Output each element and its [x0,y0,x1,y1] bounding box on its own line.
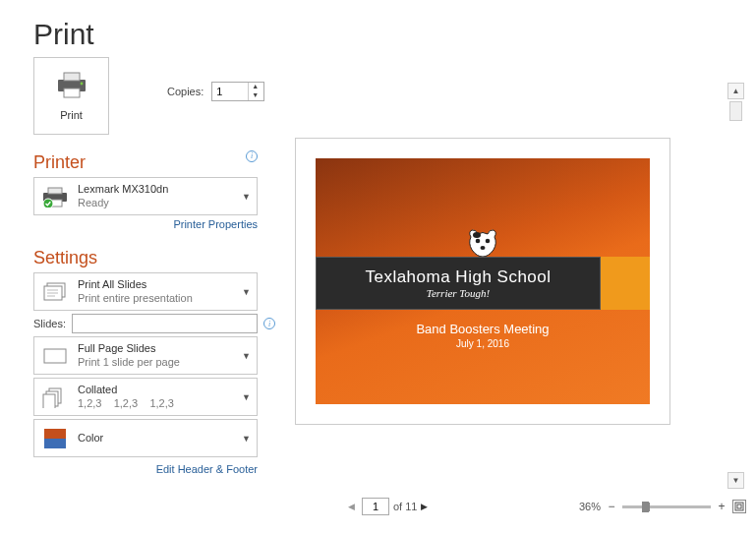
svg-rect-5 [48,188,62,194]
what-sub: Print entire presentation [78,292,234,305]
print-button[interactable]: Print [33,57,109,135]
chevron-down-icon: ▼ [242,192,253,202]
preview-nav-bar: ◀ of 11 ▶ 36% − + [344,497,746,516]
color-dropdown[interactable]: Color ▼ [33,419,258,457]
zoom-slider[interactable] [622,505,711,508]
layout-main: Full Page Slides [78,342,234,355]
copies-input[interactable] [212,86,248,97]
svg-rect-2 [64,89,80,97]
copies-up-button[interactable]: ▲ [249,83,262,91]
zoom-in-button[interactable]: + [715,500,728,513]
printer-icon [55,71,88,102]
slides-input[interactable] [72,314,258,333]
what-to-print-dropdown[interactable]: Print All Slides Print entire presentati… [33,272,258,311]
page-of-label: of 11 [393,501,417,512]
page-title: Print [0,0,756,51]
mascot-icon [465,225,500,261]
color-swatch-icon [40,426,70,451]
slides-stack-icon [40,279,70,305]
chevron-down-icon: ▼ [242,434,253,444]
copies-down-button[interactable]: ▼ [249,91,262,100]
slides-label: Slides: [33,318,66,329]
zoom-fit-button[interactable] [732,500,746,513]
layout-sub: Print 1 slide per page [78,356,234,369]
printer-name: Lexmark MX310dn [78,183,234,196]
slide-tagline: Terrier Tough! [427,287,490,299]
settings-section-title: Settings [33,248,285,268]
full-page-icon [40,343,70,369]
collated-icon [40,385,70,410]
page-number-input[interactable] [362,498,389,515]
edit-header-footer-link[interactable]: Edit Header & Footer [33,463,258,475]
scroll-up-button[interactable]: ▲ [727,83,744,99]
printer-dropdown[interactable]: Lexmark MX310dn Ready ▼ [33,177,258,215]
printer-section-title: Printer [33,152,86,173]
chevron-down-icon: ▼ [242,351,253,361]
chevron-down-icon: ▼ [242,287,253,297]
printer-small-icon [40,184,70,209]
collate-sub: 1,2,3 1,2,3 1,2,3 [78,397,234,410]
collate-main: Collated [78,384,234,396]
svg-point-7 [43,199,53,208]
copies-row: Copies: ▲ ▼ [167,82,264,101]
svg-rect-13 [44,349,66,363]
layout-dropdown[interactable]: Full Page Slides Print 1 slide per page … [33,336,258,375]
collate-dropdown[interactable]: Collated 1,2,3 1,2,3 1,2,3 ▼ [33,378,258,416]
prev-page-button[interactable]: ◀ [344,500,358,513]
info-icon[interactable]: i [263,318,275,329]
vertical-scrollbar[interactable]: ▲ [727,83,744,121]
slide-date: July 1, 2016 [316,338,650,349]
color-main: Color [78,432,234,445]
svg-rect-16 [43,394,55,408]
slide-school-name: Texlahoma High School [365,267,551,287]
svg-point-17 [476,239,481,244]
svg-rect-22 [737,504,741,508]
next-page-button[interactable]: ▶ [417,500,431,513]
slide-subtitle: Band Boosters Meeting [316,322,650,336]
scroll-down-button[interactable]: ▼ [727,472,744,489]
slide-preview: Texlahoma High School Terrier Tough! Ban… [295,138,670,425]
svg-point-18 [486,239,491,244]
svg-point-3 [80,83,83,86]
zoom-out-button[interactable]: − [605,500,618,513]
svg-rect-1 [64,73,80,81]
copies-spinner[interactable]: ▲ ▼ [211,82,264,101]
printer-properties-link[interactable]: Printer Properties [33,218,258,230]
svg-point-20 [473,232,481,238]
svg-point-19 [481,246,486,250]
svg-rect-21 [735,503,743,510]
what-main: Print All Slides [78,278,234,291]
scroll-thumb[interactable] [729,101,742,121]
info-icon[interactable]: i [246,150,258,162]
zoom-label: 36% [579,501,601,512]
printer-status: Ready [78,197,234,209]
chevron-down-icon: ▼ [242,392,253,402]
print-tile-label: Print [60,109,83,121]
copies-label: Copies: [167,86,204,97]
